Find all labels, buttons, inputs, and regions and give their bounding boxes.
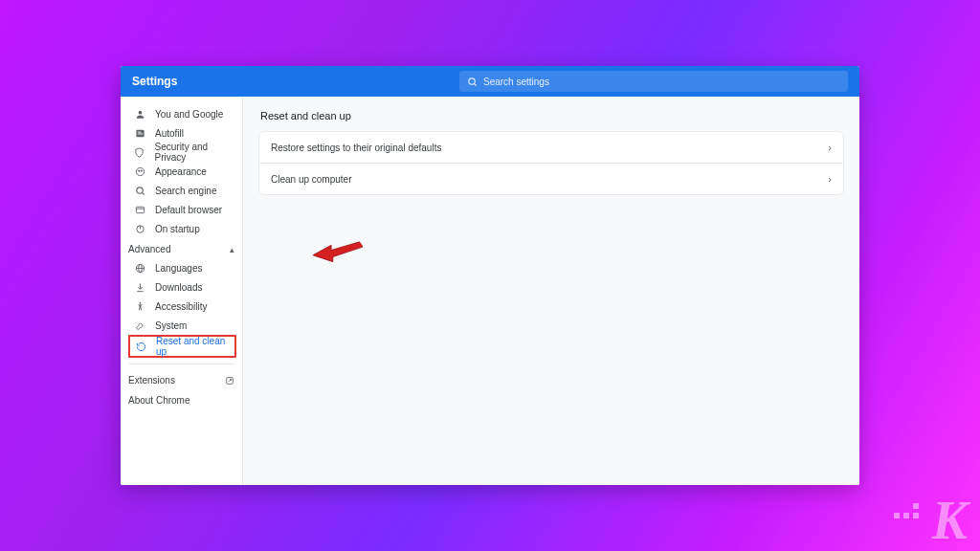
svg-point-6 <box>136 167 144 175</box>
main-panel: Reset and clean up Restore settings to t… <box>243 97 859 485</box>
row-clean-up-computer[interactable]: Clean up computer › <box>259 163 843 194</box>
wrench-icon <box>134 320 145 331</box>
svg-point-8 <box>141 169 142 170</box>
svg-point-0 <box>469 77 475 83</box>
svg-rect-11 <box>136 207 144 212</box>
sidebar-item-label: You and Google <box>155 109 223 120</box>
sidebar-section-advanced[interactable]: Advanced ▴ <box>128 238 242 258</box>
sidebar-item-label: Search engine <box>155 186 217 196</box>
annotation-highlight-box: Reset and clean up <box>128 335 236 358</box>
advanced-label: Advanced <box>128 244 170 254</box>
sidebar-item-label: On startup <box>155 224 200 234</box>
search-field[interactable] <box>459 71 848 92</box>
restore-icon <box>136 341 146 352</box>
window-body: You and Google Autofill Security and Pri… <box>121 97 859 485</box>
extensions-label: Extensions <box>128 375 175 386</box>
sidebar-item-languages[interactable]: Languages <box>128 258 242 277</box>
sidebar-item-appearance[interactable]: Appearance <box>128 162 242 181</box>
settings-window: Settings You and Google <box>121 66 859 485</box>
settings-card: Restore settings to their original defau… <box>258 131 844 195</box>
page-title: Settings <box>132 75 448 88</box>
gradient-backdrop: Settings You and Google <box>0 0 980 551</box>
sidebar-item-label: Languages <box>155 263 203 274</box>
watermark: K <box>932 494 969 547</box>
autofill-icon <box>134 127 145 139</box>
chevron-right-icon: › <box>828 173 832 185</box>
sidebar-item-search-engine[interactable]: Search engine <box>128 181 242 200</box>
sidebar-item-extensions[interactable]: Extensions <box>128 370 242 390</box>
shield-icon <box>134 146 145 158</box>
sidebar-item-system[interactable]: System <box>128 316 242 335</box>
watermark-letter: K <box>932 491 969 550</box>
watermark-dots-icon <box>894 503 919 518</box>
sidebar-item-default-browser[interactable]: Default browser <box>128 200 242 219</box>
sidebar-item-reset-cleanup[interactable]: Reset and clean up <box>130 337 234 356</box>
sidebar-item-label: Default browser <box>155 205 222 215</box>
open-external-icon <box>225 376 234 386</box>
sidebar-item-you-and-google[interactable]: You and Google <box>128 104 242 123</box>
row-label: Clean up computer <box>271 174 352 185</box>
svg-point-18 <box>139 301 141 303</box>
search-input[interactable] <box>483 77 840 87</box>
chevron-up-icon: ▴ <box>230 245 234 254</box>
row-restore-defaults[interactable]: Restore settings to their original defau… <box>259 132 843 163</box>
svg-rect-4 <box>137 131 141 132</box>
main-title: Reset and clean up <box>260 110 844 121</box>
appearance-icon <box>134 165 145 177</box>
sidebar-item-label: Reset and clean up <box>156 336 231 357</box>
svg-point-2 <box>138 110 142 114</box>
globe-icon <box>134 262 145 274</box>
top-bar: Settings <box>121 66 859 97</box>
power-icon <box>134 223 145 234</box>
svg-rect-5 <box>137 133 143 134</box>
sidebar: You and Google Autofill Security and Pri… <box>121 97 243 485</box>
sidebar-item-label: Accessibility <box>155 301 207 312</box>
divider <box>128 364 234 364</box>
sidebar-item-about-chrome[interactable]: About Chrome <box>128 390 242 410</box>
browser-icon <box>134 204 145 215</box>
sidebar-item-security[interactable]: Security and Privacy <box>128 143 242 162</box>
svg-point-7 <box>138 169 139 170</box>
sidebar-item-label: Security and Privacy <box>155 142 238 163</box>
sidebar-item-accessibility[interactable]: Accessibility <box>128 297 242 316</box>
sidebar-item-label: Appearance <box>155 166 207 177</box>
chevron-right-icon: › <box>828 142 832 153</box>
sidebar-item-label: System <box>155 320 187 331</box>
download-icon <box>134 281 145 293</box>
row-label: Restore settings to their original defau… <box>271 143 441 153</box>
sidebar-item-on-startup[interactable]: On startup <box>128 219 242 238</box>
svg-point-9 <box>136 187 142 192</box>
svg-line-1 <box>475 83 477 85</box>
search-icon <box>134 185 145 196</box>
accessibility-icon <box>134 300 145 312</box>
about-label: About Chrome <box>128 395 189 406</box>
person-icon <box>134 108 145 120</box>
sidebar-item-autofill[interactable]: Autofill <box>128 123 242 143</box>
sidebar-item-label: Autofill <box>155 128 184 139</box>
svg-line-10 <box>142 192 144 194</box>
sidebar-item-label: Downloads <box>155 282 202 293</box>
sidebar-item-downloads[interactable]: Downloads <box>128 277 242 297</box>
search-icon <box>467 77 478 87</box>
